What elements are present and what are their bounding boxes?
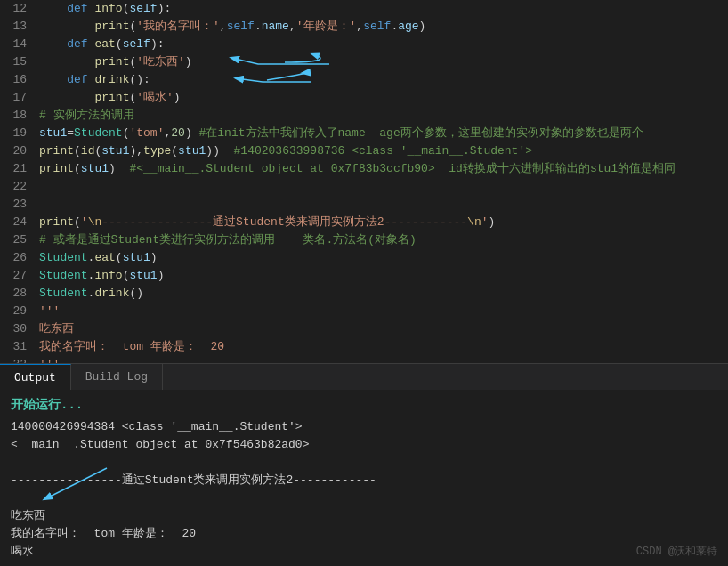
line-number: 16 [0, 71, 36, 89]
line-number: 27 [0, 267, 36, 285]
code-line-12: 12 def info(self): [0, 0, 728, 18]
line-content: def info(self): [36, 0, 728, 18]
line-content [36, 178, 728, 196]
tab-output[interactable]: Output [0, 364, 71, 390]
code-line-27: 27 Student.info(stu1) [0, 267, 728, 285]
line-number: 18 [0, 107, 36, 125]
line-number: 31 [0, 338, 36, 356]
code-line-24: 24 print('\n----------------通过Student类来调… [0, 214, 728, 231]
app-container: 12 def info(self): 13 print('我的名字叫：',sel… [0, 0, 728, 566]
line-number: 30 [0, 320, 36, 338]
line-number: 22 [0, 178, 36, 196]
code-line-25: 25 # 或者是通过Student类进行实例方法的调用 类名.方法名(对象名) [0, 231, 728, 249]
code-line-19: 19 stu1=Student('tom',20) #在init方法中我们传入了… [0, 125, 728, 142]
line-number: 23 [0, 196, 36, 214]
line-content: # 或者是通过Student类进行实例方法的调用 类名.方法名(对象名) [36, 231, 728, 249]
line-content: 吃东西 [36, 320, 728, 338]
code-line-26: 26 Student.eat(stu1) [0, 249, 728, 267]
code-line-23: 23 [0, 196, 728, 214]
output-line-7: 我的名字叫： tom 年龄是： 20 [11, 525, 717, 543]
line-number: 19 [0, 125, 36, 142]
line-number: 32 [0, 356, 36, 363]
code-line-20: 20 print(id(stu1),type(stu1)) #140203633… [0, 142, 728, 160]
code-line-31: 31 我的名字叫： tom 年龄是： 20 [0, 338, 728, 356]
line-content: Student.info(stu1) [36, 267, 728, 285]
line-content: stu1=Student('tom',20) #在init方法中我们传入了nam… [36, 125, 728, 142]
line-number: 25 [0, 231, 36, 249]
line-content: def drink(): [36, 71, 728, 89]
code-line-28: 28 Student.drink() [0, 285, 728, 303]
code-line-16: 16 def drink(): [0, 71, 728, 89]
code-line-22: 22 [0, 178, 728, 196]
code-line-18: 18 # 实例方法的调用 [0, 107, 728, 125]
line-content: print('喝水') [36, 89, 728, 107]
line-number: 29 [0, 303, 36, 320]
tab-build-log[interactable]: Build Log [71, 364, 163, 390]
code-line-17: 17 print('喝水') [0, 89, 728, 107]
tab-output-label: Output [14, 371, 56, 384]
tabs-bar: Output Build Log [0, 363, 728, 390]
line-content: ''' [36, 303, 728, 320]
code-line-30: 30 吃东西 [0, 320, 728, 338]
line-number: 12 [0, 0, 36, 18]
watermark: CSDN @沃和莱特 [636, 544, 717, 559]
line-number: 24 [0, 214, 36, 231]
line-number: 26 [0, 249, 36, 267]
code-line-13: 13 print('我的名字叫：',self.name,'年龄是：',self.… [0, 18, 728, 36]
output-line-6: 吃东西 [11, 507, 717, 525]
line-content: # 实例方法的调用 [36, 107, 728, 125]
line-content: def eat(self): [36, 36, 728, 53]
line-content: print('吃东西') [36, 53, 728, 71]
code-line-29: 29 ''' [0, 303, 728, 320]
code-line-14: 14 def eat(self): [0, 36, 728, 53]
line-content: ''' [36, 356, 728, 363]
output-area: 开始运行... 140000426994384 <class '__main__… [0, 390, 728, 566]
line-content: print('我的名字叫：',self.name,'年龄是：',self.age… [36, 18, 728, 36]
tab-build-log-label: Build Log [85, 370, 148, 384]
output-line-4: ----------------通过Student类来调用实例方法2------… [11, 472, 717, 489]
output-line-5 [11, 489, 717, 507]
line-number: 17 [0, 89, 36, 107]
line-number: 14 [0, 36, 36, 53]
line-number: 21 [0, 160, 36, 178]
line-content: Student.eat(stu1) [36, 249, 728, 267]
output-start-text: 开始运行... [11, 397, 717, 413]
line-number: 13 [0, 18, 36, 36]
output-line-2: <__main__.Student object at 0x7f5463b82a… [11, 436, 717, 454]
line-content: print(stu1) #<__main__.Student object at… [36, 160, 728, 178]
line-content: print(id(stu1),type(stu1)) #140203633998… [36, 142, 728, 160]
code-editor: 12 def info(self): 13 print('我的名字叫：',sel… [0, 0, 728, 363]
line-number: 15 [0, 53, 36, 71]
output-line-3 [11, 454, 717, 472]
output-line-1: 140000426994384 <class '__main__.Student… [11, 418, 717, 436]
line-number: 20 [0, 142, 36, 160]
line-number: 28 [0, 285, 36, 303]
line-content: 我的名字叫： tom 年龄是： 20 [36, 338, 728, 356]
line-content: Student.drink() [36, 285, 728, 303]
line-content [36, 196, 728, 214]
output-line-8: 喝水 [11, 543, 717, 561]
line-content: print('\n----------------通过Student类来调用实例… [36, 214, 728, 231]
code-lines: 12 def info(self): 13 print('我的名字叫：',sel… [0, 0, 728, 363]
code-line-32: 32 ''' [0, 356, 728, 363]
code-line-15: 15 print('吃东西') [0, 53, 728, 71]
code-line-21: 21 print(stu1) #<__main__.Student object… [0, 160, 728, 178]
